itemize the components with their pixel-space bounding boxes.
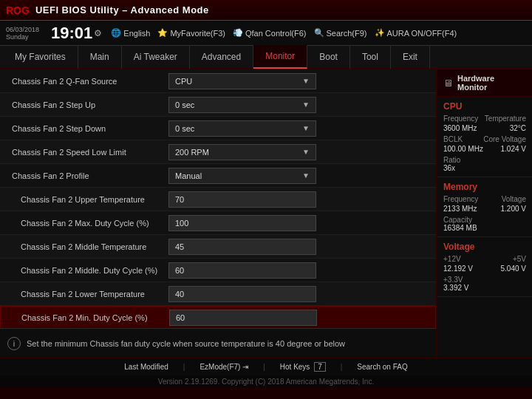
- tab-main[interactable]: Main: [78, 45, 122, 69]
- main-layout: Chassis Fan 2 Q-Fan SourceCPU▼Chassis Fa…: [0, 69, 532, 358]
- setting-row: Chassis Fan 2 Step Down0 sec▼: [0, 117, 436, 140]
- hw-voltage-section: Voltage +12V +5V 12.192 V 5.040 V +3.3V …: [437, 237, 532, 297]
- ezmode-label: EzMode(F7): [200, 363, 240, 371]
- tab-aitweaker[interactable]: Ai Tweaker: [122, 45, 190, 69]
- setting-label: Chassis Fan 2 Middle Temperature: [6, 242, 168, 251]
- setting-label: Chassis Fan 2 Profile: [6, 171, 168, 180]
- setting-row: Chassis Fan 2 ProfileManual▼: [0, 164, 436, 188]
- text-field[interactable]: 60: [169, 310, 317, 326]
- language-control[interactable]: 🌐 English: [111, 28, 150, 38]
- hw-33v-val: 3.392 V: [443, 284, 526, 292]
- setting-row: Chassis Fan 2 Lower Temperature40: [0, 282, 436, 306]
- aura-control[interactable]: ✨ AURA ON/OFF(F4): [375, 28, 457, 38]
- setting-row: Chassis Fan 2 Middle. Duty Cycle (%)60: [0, 259, 436, 282]
- hw-cpu-freq-label: Frequency: [443, 115, 478, 123]
- aura-label: AURA ON/OFF(F4): [387, 29, 457, 38]
- hw-cpu-section: CPU Frequency Temperature 3600 MHz 32°C …: [437, 97, 532, 177]
- hw-12v-label: +12V: [443, 255, 461, 263]
- hw-cpu-freq-val: 3600 MHz: [443, 124, 477, 132]
- text-field[interactable]: 70: [168, 191, 316, 208]
- setting-label: Chassis Fan 2 Max. Duty Cycle (%): [6, 219, 168, 228]
- info-bar: i Set the minimum Chassis fan duty cycle…: [0, 328, 436, 358]
- hw-12v-val: 12.192 V: [443, 265, 473, 273]
- setting-value: 40: [168, 286, 430, 302]
- fan-icon: 💨: [233, 28, 243, 38]
- settings-table: Chassis Fan 2 Q-Fan SourceCPU▼Chassis Fa…: [0, 69, 436, 328]
- hw-corevolt-val: 1.024 V: [501, 145, 526, 153]
- hw-monitor-title: Hardware Monitor: [457, 74, 526, 92]
- setting-label: Chassis Fan 2 Min. Duty Cycle (%): [7, 313, 169, 322]
- settings-icon[interactable]: ⚙: [94, 28, 102, 38]
- hw-bclk-val: 100.00 MHz: [443, 145, 483, 153]
- app-title: UEFI BIOS Utility – Advanced Mode: [35, 4, 209, 16]
- setting-row: Chassis Fan 2 Middle Temperature45: [0, 235, 436, 259]
- setting-value: 60: [169, 310, 429, 326]
- myfavorites-control[interactable]: ⭐ MyFavorite(F3): [157, 28, 225, 38]
- dropdown-field[interactable]: 200 RPM▼: [168, 144, 316, 160]
- qfan-control[interactable]: 💨 Qfan Control(F6): [233, 28, 307, 38]
- last-modified-label: Last Modified: [124, 363, 168, 371]
- hw-ratio-val: 36x: [443, 164, 526, 172]
- sep3: |: [341, 363, 343, 371]
- text-field[interactable]: 100: [168, 215, 316, 231]
- tab-advanced[interactable]: Advanced: [190, 45, 253, 69]
- sep2: |: [263, 363, 265, 371]
- hw-33v-label: +3.3V: [443, 276, 526, 284]
- nav-bar: My Favorites Main Ai Tweaker Advanced Mo…: [0, 46, 532, 69]
- info-icon: i: [7, 337, 21, 350]
- hw-capacity-val: 16384 MB: [443, 224, 526, 232]
- sep1: |: [183, 363, 185, 371]
- language-icon: 🌐: [111, 28, 121, 38]
- hw-ratio-label: Ratio: [443, 156, 526, 164]
- hw-mem-volt-label: Voltage: [502, 195, 526, 203]
- hw-5v-val: 5.040 V: [501, 265, 526, 273]
- search-control[interactable]: 🔍 Search(F9): [314, 28, 367, 38]
- tab-monitor[interactable]: Monitor: [253, 45, 307, 69]
- time-display: 19:01: [51, 25, 92, 41]
- setting-row: Chassis Fan 2 Max. Duty Cycle (%)100: [0, 211, 436, 235]
- setting-row: Chassis Fan 2 Step Up0 sec▼: [0, 93, 436, 117]
- dropdown-field[interactable]: 0 sec▼: [168, 97, 316, 113]
- setting-label: Chassis Fan 2 Lower Temperature: [6, 290, 168, 299]
- search-faq-button[interactable]: Search on FAQ: [357, 363, 407, 371]
- tab-exit[interactable]: Exit: [391, 45, 430, 69]
- setting-value: 60: [168, 262, 430, 279]
- tab-boot[interactable]: Boot: [307, 45, 350, 69]
- content-area: Chassis Fan 2 Q-Fan SourceCPU▼Chassis Fa…: [0, 69, 436, 358]
- dropdown-field[interactable]: CPU▼: [168, 73, 316, 89]
- tab-favorites[interactable]: My Favorites: [3, 45, 78, 69]
- hw-cpu-temp-label: Temperature: [485, 115, 526, 123]
- info-text: Set the minimum Chassis fan duty cycle w…: [27, 339, 345, 348]
- qfan-label: Qfan Control(F6): [245, 29, 307, 38]
- text-field[interactable]: 45: [168, 239, 316, 255]
- hw-monitor-header: 🖥 Hardware Monitor: [437, 69, 532, 97]
- aura-icon: ✨: [375, 28, 385, 38]
- text-field[interactable]: 60: [168, 262, 316, 279]
- hw-corevolt-label: Core Voltage: [483, 135, 526, 143]
- setting-value: 200 RPM▼: [168, 144, 430, 160]
- hw-mem-freq-label: Frequency: [443, 195, 478, 203]
- status-controls: 🌐 English ⭐ MyFavorite(F3) 💨 Qfan Contro…: [111, 28, 457, 38]
- hotkeys-label: Hot Keys 7: [280, 363, 326, 371]
- hw-voltage-title: Voltage: [443, 242, 526, 252]
- hw-mem-volt-val: 1.200 V: [501, 205, 526, 213]
- setting-value: 0 sec▼: [168, 120, 430, 137]
- setting-value: 70: [168, 191, 430, 208]
- search-label: Search(F9): [327, 29, 367, 38]
- setting-label: Chassis Fan 2 Step Up: [6, 100, 168, 109]
- setting-label: Chassis Fan 2 Speed Low Limit: [6, 148, 168, 157]
- bottom-bar: Last Modified | EzMode(F7) ⇥ | Hot Keys …: [0, 358, 532, 375]
- dropdown-field[interactable]: Manual▼: [168, 168, 316, 184]
- setting-value: Manual▼: [168, 168, 430, 184]
- setting-label: Chassis Fan 2 Q-Fan Source: [6, 77, 168, 86]
- setting-row: Chassis Fan 2 Q-Fan SourceCPU▼: [0, 69, 436, 93]
- text-field[interactable]: 40: [168, 286, 316, 302]
- tab-tool[interactable]: Tool: [350, 45, 391, 69]
- hw-5v-label: +5V: [513, 255, 526, 263]
- setting-row: Chassis Fan 2 Min. Duty Cycle (%)60: [0, 306, 436, 328]
- dropdown-field[interactable]: 0 sec▼: [168, 120, 316, 137]
- ezmode-button[interactable]: EzMode(F7) ⇥: [200, 363, 248, 371]
- setting-value: 100: [168, 215, 430, 231]
- hw-monitor-panel: 🖥 Hardware Monitor CPU Frequency Tempera…: [436, 69, 532, 358]
- hw-cpu-title: CPU: [443, 101, 526, 112]
